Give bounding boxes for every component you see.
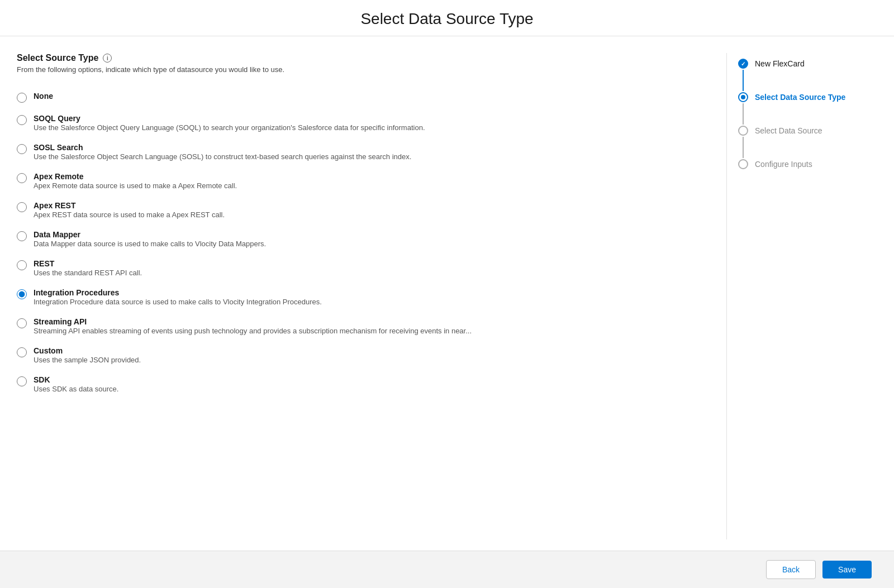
radio-apex_remote[interactable]	[17, 173, 27, 183]
radio-apex_rest[interactable]	[17, 202, 27, 212]
radio-sdk[interactable]	[17, 376, 27, 386]
radio-label-custom[interactable]: Custom	[34, 346, 141, 355]
step-entry-select_data_source_type	[738, 92, 748, 126]
stepper: ✓New FlexCardSelect Data Source TypeSele…	[738, 53, 872, 169]
step-label-new_flexcard: New FlexCard	[755, 59, 805, 68]
radio-description-rest: Uses the standard REST API call.	[34, 269, 142, 277]
step-circle-configure_inputs	[738, 159, 748, 169]
radio-label-apex_remote[interactable]: Apex Remote	[34, 172, 237, 181]
radio-label-group-streaming_api: Streaming APIStreaming API enables strea…	[34, 317, 472, 335]
content-area: Select Source Type i From the following …	[0, 36, 894, 551]
radio-item-sdk: SDKUses SDK as data source.	[17, 370, 693, 399]
radio-label-group-custom: CustomUses the sample JSON provided.	[34, 346, 141, 364]
radio-item-streaming_api: Streaming APIStreaming API enables strea…	[17, 312, 693, 341]
radio-description-sosl: Use the Salesforce Object Search Languag…	[34, 152, 411, 161]
radio-item-sosl: SOSL SearchUse the Salesforce Object Sea…	[17, 137, 693, 166]
radio-label-group-sdk: SDKUses SDK as data source.	[34, 375, 118, 393]
step-line-select_data_source	[743, 137, 744, 158]
radio-label-group-apex_remote: Apex RemoteApex Remote data source is us…	[34, 172, 237, 190]
radio-label-streaming_api[interactable]: Streaming API	[34, 317, 472, 326]
radio-custom[interactable]	[17, 347, 27, 357]
step-entry-new_flexcard: ✓	[738, 59, 748, 92]
radio-label-soql[interactable]: SOQL Query	[34, 114, 425, 123]
radio-label-rest[interactable]: REST	[34, 259, 142, 268]
section-title: Select Source Type i	[17, 53, 693, 63]
radio-item-rest: RESTUses the standard REST API call.	[17, 254, 693, 283]
step-item-new_flexcard: ✓New FlexCard	[738, 59, 872, 92]
radio-description-apex_rest: Apex REST data source is used to make a …	[34, 211, 225, 219]
main-container: Select Data Source Type Select Source Ty…	[0, 0, 894, 588]
radio-data_mapper[interactable]	[17, 231, 27, 241]
radio-description-sdk: Uses SDK as data source.	[34, 385, 118, 393]
step-circle-new_flexcard: ✓	[738, 59, 748, 69]
radio-label-integration_procedures[interactable]: Integration Procedures	[34, 288, 322, 297]
section-description: From the following options, indicate whi…	[17, 65, 693, 74]
step-line-new_flexcard	[743, 70, 744, 91]
radio-label-sosl[interactable]: SOSL Search	[34, 143, 411, 152]
radio-label-group-rest: RESTUses the standard REST API call.	[34, 259, 142, 277]
step-circle-select_data_source	[738, 126, 748, 136]
step-entry-configure_inputs	[738, 159, 748, 169]
step-item-select_data_source: Select Data Source	[738, 126, 872, 159]
radio-item-integration_procedures: Integration ProceduresIntegration Proced…	[17, 283, 693, 312]
radio-label-group-soql: SOQL QueryUse the Salesforce Object Quer…	[34, 114, 425, 132]
radio-label-group-none: None	[34, 92, 53, 101]
page-title: Select Data Source Type	[0, 10, 894, 28]
step-label-select_data_source_type: Select Data Source Type	[755, 92, 845, 102]
radio-description-integration_procedures: Integration Procedure data source is use…	[34, 298, 322, 306]
step-check-icon: ✓	[741, 61, 745, 67]
radio-group: NoneSOQL QueryUse the Salesforce Object …	[17, 86, 693, 399]
left-panel: Select Source Type i From the following …	[17, 53, 715, 539]
radio-description-custom: Uses the sample JSON provided.	[34, 356, 141, 364]
step-label-configure_inputs: Configure Inputs	[755, 159, 812, 169]
radio-label-group-integration_procedures: Integration ProceduresIntegration Proced…	[34, 288, 322, 306]
step-item-configure_inputs: Configure Inputs	[738, 159, 872, 169]
radio-item-data_mapper: Data MapperData Mapper data source is us…	[17, 224, 693, 254]
radio-description-apex_remote: Apex Remote data source is used to make …	[34, 181, 237, 190]
radio-label-group-apex_rest: Apex RESTApex REST data source is used t…	[34, 201, 225, 219]
radio-rest[interactable]	[17, 260, 27, 270]
radio-soql[interactable]	[17, 115, 27, 125]
radio-sosl[interactable]	[17, 144, 27, 154]
radio-label-sdk[interactable]: SDK	[34, 375, 118, 384]
step-label-select_data_source: Select Data Source	[755, 126, 822, 135]
radio-item-none: None	[17, 86, 693, 108]
info-icon[interactable]: i	[103, 54, 112, 63]
save-button[interactable]: Save	[822, 561, 872, 579]
radio-integration_procedures[interactable]	[17, 289, 27, 299]
radio-description-soql: Use the Salesforce Object Query Language…	[34, 123, 425, 132]
step-item-select_data_source_type: Select Data Source Type	[738, 92, 872, 126]
back-button[interactable]: Back	[766, 560, 816, 579]
radio-item-soql: SOQL QueryUse the Salesforce Object Quer…	[17, 108, 693, 137]
step-line-select_data_source_type	[743, 103, 744, 125]
radio-label-apex_rest[interactable]: Apex REST	[34, 201, 225, 210]
radio-label-group-data_mapper: Data MapperData Mapper data source is us…	[34, 230, 266, 248]
radio-description-data_mapper: Data Mapper data source is used to make …	[34, 240, 266, 248]
right-panel: ✓New FlexCardSelect Data Source TypeSele…	[726, 53, 872, 539]
radio-item-apex_remote: Apex RemoteApex Remote data source is us…	[17, 166, 693, 195]
page-header: Select Data Source Type	[0, 0, 894, 36]
footer-bar: Back Save	[0, 551, 894, 588]
step-circle-select_data_source_type	[738, 92, 748, 102]
radio-item-apex_rest: Apex RESTApex REST data source is used t…	[17, 195, 693, 224]
radio-label-none[interactable]: None	[34, 92, 53, 101]
radio-label-data_mapper[interactable]: Data Mapper	[34, 230, 266, 239]
radio-label-group-sosl: SOSL SearchUse the Salesforce Object Sea…	[34, 143, 411, 161]
radio-streaming_api[interactable]	[17, 318, 27, 328]
radio-description-streaming_api: Streaming API enables streaming of event…	[34, 327, 472, 335]
step-entry-select_data_source	[738, 126, 748, 159]
radio-item-custom: CustomUses the sample JSON provided.	[17, 341, 693, 370]
radio-none[interactable]	[17, 93, 27, 103]
